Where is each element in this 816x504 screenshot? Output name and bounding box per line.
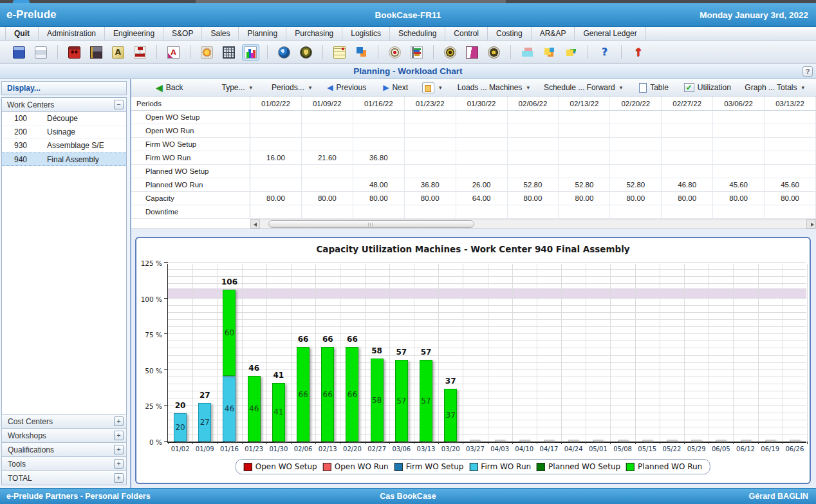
value-cell	[405, 111, 456, 124]
y-tick	[164, 262, 168, 263]
inbox-button[interactable]	[519, 44, 536, 61]
toolbar-separator	[190, 45, 190, 59]
sidebar-section-tools[interactable]: Tools+	[1, 456, 127, 471]
table-icon	[639, 83, 647, 93]
menu-item-s-op[interactable]: S&OP	[163, 27, 202, 41]
value-cell	[353, 124, 405, 138]
graph-totals-label: Graph ... Totals	[745, 83, 797, 92]
value-cell	[559, 138, 610, 151]
work-center-row-940[interactable]: 940Final Assembly	[2, 153, 126, 166]
items-button[interactable]: A	[109, 44, 127, 61]
help-button[interactable]: ?	[802, 66, 813, 77]
menu-item-quit[interactable]: Quit	[5, 27, 39, 41]
folders-icon	[543, 46, 555, 59]
x-tick	[783, 442, 783, 444]
transfer-icon	[355, 46, 367, 59]
value-cell	[610, 111, 662, 124]
period-column-header: 01/02/22	[250, 97, 302, 111]
zero-bar-stub	[495, 440, 505, 442]
expand-button[interactable]: +	[114, 473, 124, 483]
menu-item-engineering[interactable]: Engineering	[105, 27, 163, 41]
expand-button[interactable]: +	[114, 431, 124, 440]
bill-of-materials-button[interactable]	[131, 44, 149, 61]
globe-button[interactable]	[275, 44, 293, 61]
save-button[interactable]	[10, 44, 28, 61]
value-cell	[353, 165, 405, 178]
notes-button[interactable]	[331, 44, 348, 61]
expand-button[interactable]: +	[114, 416, 124, 426]
sidebar-section-workshops[interactable]: Workshops+	[1, 428, 127, 443]
sidebar-section-cost-centers[interactable]: Cost Centers+	[1, 414, 127, 429]
machines-button[interactable]	[88, 44, 105, 61]
help-button[interactable]: ?	[596, 44, 613, 61]
scroll-left-arrow[interactable]	[250, 219, 260, 229]
table-button[interactable]: Table	[639, 83, 669, 93]
work-center-row-930[interactable]: 930Assemblage S/E	[2, 139, 126, 153]
target-ring-button[interactable]	[485, 44, 503, 61]
routings-button[interactable]: A	[165, 44, 182, 61]
display-header[interactable]: Display...	[1, 81, 127, 95]
table-row-firm-wo-run: Firm WO Run16.0021.6036.80	[131, 151, 816, 165]
menu-item-sales[interactable]: Sales	[202, 27, 239, 41]
value-cell	[405, 205, 456, 219]
home-button[interactable]: ↑	[629, 44, 647, 61]
expand-button[interactable]: +	[114, 459, 124, 469]
x-tick	[266, 442, 267, 444]
workload-chart-button[interactable]	[242, 44, 259, 61]
folders-button[interactable]	[541, 44, 558, 61]
table-scroll-row	[131, 219, 816, 229]
graph-totals-dropdown[interactable]: Graph ... Totals ▾	[745, 83, 804, 92]
utilization-button[interactable]: ✓ Utilization	[684, 83, 731, 92]
scrollbar-thumb[interactable]	[268, 220, 474, 228]
sidebar-section-total[interactable]: TOTAL+	[1, 471, 127, 485]
caret-down-icon: ▾	[526, 84, 530, 91]
menu-item-control[interactable]: Control	[445, 27, 488, 41]
menu-item-costing[interactable]: Costing	[488, 27, 532, 41]
x-tick	[586, 442, 586, 444]
page-title: Planning - Workload Chart	[353, 66, 462, 76]
previous-button[interactable]: ◀ Previous	[327, 83, 366, 92]
expand-button[interactable]: +	[114, 445, 124, 454]
work-centers-button[interactable]	[66, 44, 83, 61]
work-centers-header[interactable]: Work Centers −	[2, 98, 126, 112]
value-cell	[250, 124, 302, 138]
target-button[interactable]	[386, 44, 403, 61]
x-tick	[512, 442, 513, 444]
table-row-open-wo-run: Open WO Run	[131, 124, 816, 138]
sidebar-section-qualifications[interactable]: Qualifications+	[1, 442, 127, 457]
toolbar-separator	[588, 45, 588, 59]
periods-dropdown[interactable]: Periods... ▾	[272, 83, 311, 92]
back-button[interactable]: ◀ Back	[156, 82, 183, 93]
horizontal-scrollbar[interactable]	[250, 219, 816, 229]
next-button[interactable]: ▶ Next	[383, 83, 408, 92]
table-body: Open WO SetupOpen WO RunFirm WO SetupFir…	[131, 111, 816, 219]
menu-item-planning[interactable]: Planning	[239, 27, 286, 41]
print-button[interactable]	[32, 44, 50, 61]
load-summary-button[interactable]	[198, 44, 216, 61]
legend-item-planned-wo-run: Planned WO Run	[626, 462, 702, 471]
collapse-button[interactable]: −	[114, 100, 124, 109]
load-table-button[interactable]	[220, 44, 237, 61]
menu-item-administration[interactable]: Administration	[39, 27, 105, 41]
menu-item-scheduling[interactable]: Scheduling	[390, 27, 445, 41]
diary-button[interactable]	[463, 44, 481, 61]
schedule-forward-dropdown[interactable]: Schedule ... Forward ▾	[544, 83, 622, 92]
legend-swatch	[469, 463, 478, 471]
transfer-button[interactable]	[353, 44, 370, 61]
menu-item-logistics[interactable]: Logistics	[342, 27, 390, 41]
folder-transfer-button[interactable]	[562, 44, 580, 61]
menu-item-ar-ap[interactable]: AR&AP	[532, 27, 575, 41]
gantt-schedule-button[interactable]	[408, 44, 425, 61]
menu-item-purchasing[interactable]: Purchasing	[286, 27, 342, 41]
work-center-row-200[interactable]: 200Usinage	[2, 126, 126, 139]
target-dark-button[interactable]	[441, 44, 459, 61]
value-cell	[610, 165, 662, 178]
loads-machines-dropdown[interactable]: Loads ... Machines ▾	[458, 83, 530, 92]
scroll-right-arrow[interactable]	[806, 219, 816, 229]
type-dropdown[interactable]: Type... ▾	[221, 83, 252, 92]
period-picker-button[interactable]: ▾	[422, 82, 442, 93]
globe-dark-button[interactable]	[297, 44, 315, 61]
menu-item-general-ledger[interactable]: General Ledger	[575, 27, 645, 41]
work-center-row-100[interactable]: 100Découpe	[2, 112, 126, 126]
value-cell: 45.60	[713, 178, 765, 192]
